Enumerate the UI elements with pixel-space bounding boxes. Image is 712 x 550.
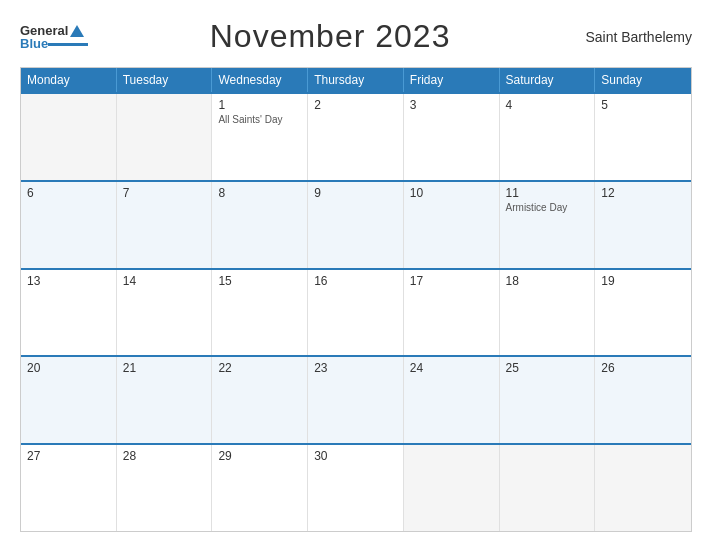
calendar-cell (595, 445, 691, 531)
day-number: 28 (123, 449, 206, 463)
logo: General Blue (20, 24, 88, 50)
day-number: 22 (218, 361, 301, 375)
calendar-cell: 4 (500, 94, 596, 180)
calendar-cell: 28 (117, 445, 213, 531)
calendar-week: 20212223242526 (21, 355, 691, 443)
day-number: 14 (123, 274, 206, 288)
day-number: 23 (314, 361, 397, 375)
day-number: 15 (218, 274, 301, 288)
calendar-cell: 23 (308, 357, 404, 443)
calendar-cell: 18 (500, 270, 596, 356)
logo-triangle-icon (70, 25, 84, 37)
calendar-cell: 20 (21, 357, 117, 443)
day-event: Armistice Day (506, 202, 589, 213)
calendar-cell: 30 (308, 445, 404, 531)
day-number: 9 (314, 186, 397, 200)
calendar-cell: 3 (404, 94, 500, 180)
calendar-header-cell: Sunday (595, 68, 691, 92)
logo-underline (48, 43, 88, 46)
calendar: MondayTuesdayWednesdayThursdayFridaySatu… (20, 67, 692, 532)
calendar-cell: 7 (117, 182, 213, 268)
logo-text-blue: Blue (20, 37, 48, 50)
calendar-header-cell: Saturday (500, 68, 596, 92)
calendar-cell: 24 (404, 357, 500, 443)
calendar-header-cell: Monday (21, 68, 117, 92)
calendar-header-cell: Wednesday (212, 68, 308, 92)
day-number: 27 (27, 449, 110, 463)
day-number: 1 (218, 98, 301, 112)
day-number: 3 (410, 98, 493, 112)
calendar-cell: 19 (595, 270, 691, 356)
day-number: 18 (506, 274, 589, 288)
day-number: 5 (601, 98, 685, 112)
day-number: 12 (601, 186, 685, 200)
day-number: 8 (218, 186, 301, 200)
day-number: 10 (410, 186, 493, 200)
calendar-week: 1All Saints' Day2345 (21, 92, 691, 180)
calendar-cell: 12 (595, 182, 691, 268)
calendar-cell: 2 (308, 94, 404, 180)
day-number: 4 (506, 98, 589, 112)
calendar-cell: 22 (212, 357, 308, 443)
day-number: 24 (410, 361, 493, 375)
calendar-cell (21, 94, 117, 180)
day-number: 13 (27, 274, 110, 288)
calendar-header-cell: Friday (404, 68, 500, 92)
calendar-cell (117, 94, 213, 180)
calendar-body: 1All Saints' Day234567891011Armistice Da… (21, 92, 691, 531)
calendar-cell: 21 (117, 357, 213, 443)
calendar-cell: 29 (212, 445, 308, 531)
day-number: 7 (123, 186, 206, 200)
day-number: 26 (601, 361, 685, 375)
calendar-cell: 9 (308, 182, 404, 268)
calendar-cell: 27 (21, 445, 117, 531)
calendar-cell: 5 (595, 94, 691, 180)
calendar-header-cell: Tuesday (117, 68, 213, 92)
title-area: November 2023 (88, 18, 572, 55)
day-number: 17 (410, 274, 493, 288)
calendar-header-cell: Thursday (308, 68, 404, 92)
page: General Blue November 2023 Saint Barthel… (0, 0, 712, 550)
day-event: All Saints' Day (218, 114, 301, 125)
calendar-cell: 8 (212, 182, 308, 268)
day-number: 2 (314, 98, 397, 112)
calendar-week: 13141516171819 (21, 268, 691, 356)
calendar-cell: 15 (212, 270, 308, 356)
calendar-cell: 26 (595, 357, 691, 443)
day-number: 19 (601, 274, 685, 288)
calendar-cell: 17 (404, 270, 500, 356)
calendar-cell: 16 (308, 270, 404, 356)
day-number: 6 (27, 186, 110, 200)
calendar-week: 27282930 (21, 443, 691, 531)
calendar-cell: 1All Saints' Day (212, 94, 308, 180)
header: General Blue November 2023 Saint Barthel… (20, 18, 692, 55)
day-number: 30 (314, 449, 397, 463)
day-number: 25 (506, 361, 589, 375)
calendar-cell: 14 (117, 270, 213, 356)
day-number: 11 (506, 186, 589, 200)
calendar-cell: 11Armistice Day (500, 182, 596, 268)
day-number: 16 (314, 274, 397, 288)
day-number: 21 (123, 361, 206, 375)
logo-text-general: General (20, 24, 68, 37)
day-number: 29 (218, 449, 301, 463)
calendar-cell (404, 445, 500, 531)
calendar-cell (500, 445, 596, 531)
calendar-week: 67891011Armistice Day12 (21, 180, 691, 268)
calendar-header: MondayTuesdayWednesdayThursdayFridaySatu… (21, 68, 691, 92)
calendar-cell: 6 (21, 182, 117, 268)
calendar-cell: 25 (500, 357, 596, 443)
calendar-cell: 13 (21, 270, 117, 356)
page-title: November 2023 (210, 18, 451, 54)
calendar-cell: 10 (404, 182, 500, 268)
region-label: Saint Barthelemy (572, 29, 692, 45)
day-number: 20 (27, 361, 110, 375)
